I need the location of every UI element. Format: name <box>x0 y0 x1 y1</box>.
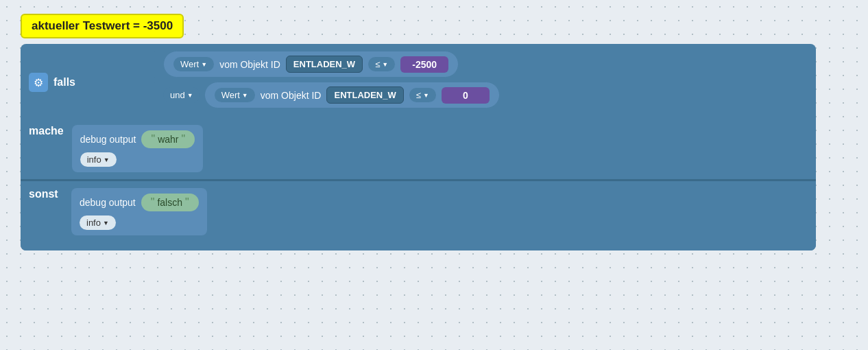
close-quote-2: " <box>185 196 189 209</box>
condition-pill-1: Wert vom Objekt ID ENTLADEN_W ≤ -2500 <box>163 51 459 78</box>
tooltip-text: aktueller Testwert = -3500 <box>32 19 173 32</box>
gear-icon: ⚙ <box>29 73 48 92</box>
falls-row: ⚙ falls Wert vom Objekt ID ENTLADEN_W ≤ … <box>21 44 816 118</box>
mache-debug-row: debug output " wahr " <box>80 130 195 148</box>
connector-1 <box>148 51 156 78</box>
mache-section: mache debug output " wahr " info <box>21 118 816 179</box>
sonst-string-pill: " falsch " <box>141 194 199 211</box>
tooltip-box: aktueller Testwert = -3500 <box>21 14 184 38</box>
object-id-1: ENTLADEN_W <box>286 56 363 73</box>
block-bottom <box>21 242 816 250</box>
sonst-section: sonst debug output " falsch " info <box>21 179 816 242</box>
mache-string-pill: " wahr " <box>141 130 195 148</box>
falls-label: falls <box>53 76 88 89</box>
sonst-debug-row: debug output " falsch " <box>80 194 199 211</box>
connector-2 <box>148 82 156 108</box>
mache-label: mache <box>29 125 64 137</box>
mache-debug-label: debug output <box>80 134 136 145</box>
mache-info-dropdown[interactable]: info <box>80 152 117 167</box>
close-quote-1: " <box>182 133 186 145</box>
main-block: ⚙ falls Wert vom Objekt ID ENTLADEN_W ≤ … <box>21 44 816 250</box>
object-id-2: ENTLADEN_W <box>326 86 403 104</box>
sonst-debug-block: debug output " falsch " info <box>71 188 207 235</box>
open-quote-2: " <box>151 196 155 209</box>
vom-text-2: vom Objekt ID <box>261 90 322 101</box>
workspace: aktueller Testwert = -3500 ⚙ falls Wert … <box>21 14 816 250</box>
compare-dropdown-1[interactable]: ≤ <box>368 57 395 71</box>
conditions-area: Wert vom Objekt ID ENTLADEN_W ≤ -2500 un… <box>148 51 500 114</box>
condition-row-2: und Wert vom Objekt ID ENTLADEN_W ≤ 0 <box>148 82 500 108</box>
und-dropdown[interactable]: und <box>163 87 200 103</box>
sonst-info-row: info <box>80 215 199 230</box>
value-box-1: -2500 <box>400 56 448 73</box>
sonst-info-dropdown[interactable]: info <box>80 215 116 230</box>
open-quote-1: " <box>151 133 155 145</box>
sonst-debug-label: debug output <box>80 197 136 208</box>
mache-info-row: info <box>80 152 195 167</box>
sonst-label: sonst <box>29 188 63 200</box>
vom-text-1: vom Objekt ID <box>219 59 280 70</box>
wert-dropdown-1[interactable]: Wert <box>173 57 214 71</box>
condition-row-1: Wert vom Objekt ID ENTLADEN_W ≤ -2500 <box>148 51 500 78</box>
condition-pill-2: Wert vom Objekt ID ENTLADEN_W ≤ 0 <box>204 82 500 108</box>
sonst-value: falsch <box>157 197 182 208</box>
mache-debug-block: debug output " wahr " info <box>72 125 203 172</box>
compare-dropdown-2[interactable]: ≤ <box>409 88 436 102</box>
wert-dropdown-2[interactable]: Wert <box>215 88 255 102</box>
mache-value: wahr <box>158 134 178 145</box>
value-box-2: 0 <box>442 87 490 104</box>
